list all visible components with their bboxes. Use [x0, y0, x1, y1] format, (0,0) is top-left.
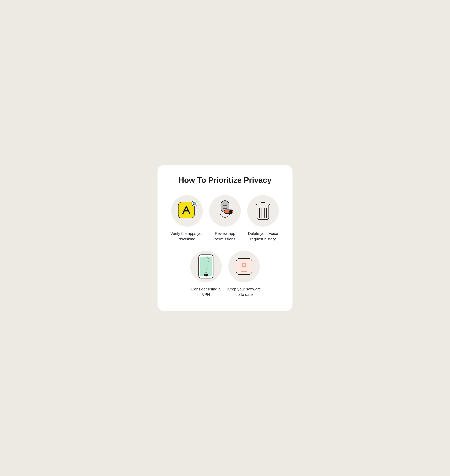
- toggle-pill: [224, 209, 233, 214]
- lock-shackle: [205, 272, 207, 274]
- trash-lid-handle: [261, 202, 265, 203]
- item-vpn: Consider using a VPN: [188, 251, 224, 297]
- trash-bar-4: [264, 208, 265, 218]
- phone-outer: [198, 255, 213, 279]
- mic-body: [221, 200, 229, 212]
- svg-line-11: [246, 263, 246, 264]
- trash-icon: [256, 202, 270, 220]
- main-card: How To Prioritize Privacy: [158, 165, 292, 311]
- icon-circle-verify: [171, 195, 203, 226]
- icon-circle-vpn: [190, 251, 222, 282]
- svg-point-4: [243, 264, 246, 267]
- wifi-signal: [203, 257, 209, 271]
- toggle-circle: [229, 210, 232, 213]
- phone-notch: [204, 256, 208, 256]
- trash-bar-5: [266, 208, 267, 218]
- page-title: How To Prioritize Privacy: [170, 176, 280, 185]
- mic-line-3: [223, 209, 227, 209]
- trash-body: [257, 205, 269, 220]
- top-grid: Verify the apps you download: [170, 195, 280, 242]
- appstore-a-svg: [181, 205, 192, 215]
- label-delete-voice: Delete your voice request history: [246, 231, 280, 242]
- item-verify-apps: Verify the apps you download: [170, 195, 204, 242]
- item-delete-voice: Delete your voice request history: [246, 195, 280, 242]
- label-vpn: Consider using a VPN: [188, 286, 224, 297]
- item-software-update: Keep your software up to date: [226, 251, 262, 297]
- trash-lid: [256, 204, 270, 205]
- svg-line-0: [183, 206, 186, 214]
- svg-point-3: [193, 202, 196, 205]
- microphone-icon: [220, 200, 230, 221]
- icon-circle-gear: [228, 251, 260, 282]
- icon-circle-microphone: [209, 195, 241, 226]
- check-badge: [192, 201, 197, 206]
- phone-screen: [200, 257, 212, 276]
- label-review-permissions: Review app permissions: [207, 231, 243, 242]
- gear-box-line: [241, 271, 247, 272]
- wifi-arc-large: [201, 255, 211, 265]
- item-review-permissions: Review app permissions: [207, 195, 243, 242]
- label-software-update: Keep your software up to date: [226, 286, 262, 297]
- gear-svg: [240, 261, 249, 270]
- mic-stand: [225, 218, 225, 221]
- icon-circle-trash: [247, 195, 279, 226]
- svg-line-10: [246, 267, 246, 267]
- mic-line-2: [223, 207, 227, 207]
- gear-icon: [236, 258, 252, 275]
- mic-line-1: [223, 205, 227, 206]
- svg-line-1: [186, 206, 190, 214]
- svg-line-12: [242, 267, 243, 267]
- bottom-grid: Consider using a VPN: [188, 251, 262, 297]
- wifi-arc-small: [205, 268, 207, 271]
- wifi-arc-medium: [203, 263, 209, 269]
- check-icon: [193, 202, 196, 205]
- gear-box: [236, 258, 252, 275]
- phone-icon: [198, 255, 213, 279]
- label-verify-apps: Verify the apps you download: [170, 231, 204, 242]
- appstore-icon: [178, 202, 196, 220]
- trash-bar-2: [261, 208, 261, 218]
- trash-bar-1: [259, 208, 260, 218]
- svg-line-9: [242, 263, 243, 264]
- trash-bar-3: [263, 208, 263, 218]
- phone-home-button: [205, 275, 207, 277]
- mic-base: [221, 221, 229, 221]
- mic-lines: [223, 205, 227, 209]
